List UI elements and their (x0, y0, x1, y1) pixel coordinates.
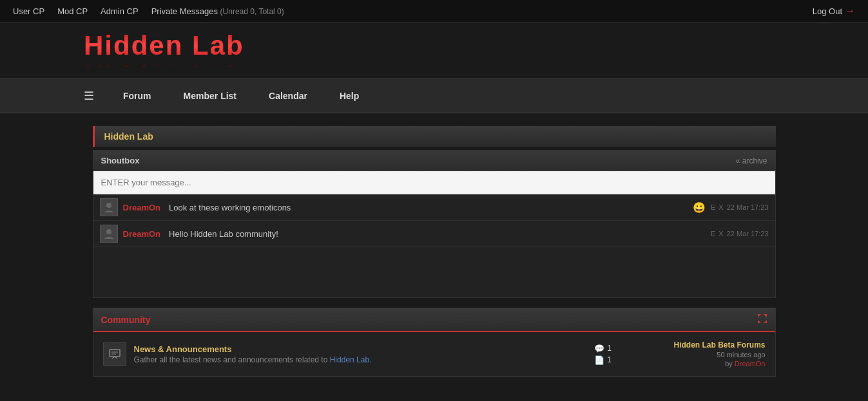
topics-count: 1 (607, 344, 612, 353)
top-navigation: User CP Mod CP Admin CP Private Messages… (0, 0, 868, 23)
svg-point-1 (106, 229, 111, 234)
message-actions: E X 22 Mar 17:23 (711, 203, 769, 211)
community-expand-icon[interactable] (757, 313, 767, 326)
site-name: Hidden Lab (104, 131, 153, 142)
last-post-by: by DreamOn (725, 360, 765, 368)
forum-description: Gather all the latest news and announcem… (134, 355, 570, 364)
posts-count: 1 (607, 355, 612, 364)
forum-info: News & Announcements Gather all the late… (134, 344, 570, 364)
svg-point-0 (106, 203, 111, 208)
avatar (100, 198, 118, 216)
message-username[interactable]: DreamOn (123, 203, 161, 212)
admincp-link[interactable]: Admin CP (101, 6, 139, 16)
forum-desc-link[interactable]: Hidden Lab (330, 355, 369, 364)
shoutbox-title: Shoutbox (101, 156, 140, 165)
edit-message-button[interactable]: E (711, 203, 715, 211)
delete-message-button[interactable]: X (719, 230, 723, 238)
usercp-link[interactable]: User CP (13, 6, 44, 16)
message-time: 22 Mar 17:23 (727, 203, 769, 211)
nav-calendar[interactable]: Calendar (253, 81, 323, 111)
logo-area: Hidden Lab Hidden Lab (0, 23, 868, 79)
forum-name[interactable]: News & Announcements (134, 344, 232, 354)
nav-help[interactable]: Help (323, 81, 375, 111)
message-text: Hello Hidden Lab community! (169, 229, 706, 239)
delete-message-button[interactable]: X (719, 203, 723, 211)
private-messages-count: (Unread 0, Total 0) (220, 7, 284, 16)
top-nav-left: User CP Mod CP Admin CP Private Messages… (13, 6, 284, 16)
nav-memberlist[interactable]: Member List (168, 81, 253, 111)
logout-link[interactable]: Log Out → (813, 5, 855, 17)
forum-icon (103, 342, 126, 366)
private-messages-link[interactable]: Private Messages (151, 6, 218, 16)
forum-last-post: Hidden Lab Beta Forums 50 minutes ago by… (637, 340, 766, 368)
message-username[interactable]: DreamOn (123, 229, 161, 239)
archive-link[interactable]: « archive (736, 156, 767, 165)
shoutbox-message: DreamOn Hello Hidden Lab community! E X … (93, 221, 775, 247)
last-post-author[interactable]: DreamOn (735, 360, 766, 368)
modcp-link[interactable]: Mod CP (57, 6, 88, 16)
message-actions: E X 22 Mar 17:23 (711, 230, 769, 238)
logo-text: Hidden Lab (84, 32, 244, 59)
forum-posts-stat: 📄 1 (594, 355, 612, 365)
nav-forum[interactable]: Forum (107, 81, 168, 111)
message-emoji: 😀 (693, 201, 706, 214)
avatar (100, 225, 118, 243)
community-title: Community (101, 315, 151, 325)
last-post-time: 50 minutes ago (637, 351, 766, 359)
message-time: 22 Mar 17:23 (727, 230, 769, 238)
shoutbox-message: DreamOn Look at these working emoticons … (93, 194, 775, 221)
breadcrumb: Hidden Lab (93, 126, 776, 147)
shoutbox-container: Shoutbox « archive DreamOn Look at these… (93, 150, 776, 298)
svg-rect-2 (110, 350, 120, 357)
logout-arrow-icon: → (845, 5, 855, 17)
community-header: Community (93, 308, 775, 332)
posts-icon: 📄 (594, 355, 604, 365)
content-area: Hidden Lab Shoutbox « archive DreamOn Lo… (80, 126, 789, 377)
topics-icon: 💬 (594, 344, 604, 353)
forum-row: News & Announcements Gather all the late… (93, 332, 775, 377)
forum-stats: 💬 1 📄 1 (577, 344, 629, 365)
shoutbox-input[interactable] (93, 171, 775, 194)
logo-reflection: Hidden Lab (84, 63, 855, 68)
hamburger-menu-icon[interactable]: ☰ (84, 79, 107, 113)
logout-label: Log Out (813, 6, 842, 16)
private-messages: Private Messages (Unread 0, Total 0) (151, 6, 284, 16)
forum-topics-stat: 💬 1 (594, 344, 612, 353)
last-post-title[interactable]: Hidden Lab Beta Forums (673, 340, 765, 350)
shoutbox-header: Shoutbox « archive (93, 151, 775, 171)
edit-message-button[interactable]: E (711, 230, 715, 238)
community-section: Community News & Announcements Gather al… (93, 308, 776, 377)
main-navigation: ☰ Forum Member List Calendar Help (0, 79, 868, 113)
message-text: Look at these working emoticons (169, 203, 688, 212)
shoutbox-messages: DreamOn Look at these working emoticons … (93, 194, 775, 297)
logo[interactable]: Hidden Lab Hidden Lab (84, 32, 855, 72)
